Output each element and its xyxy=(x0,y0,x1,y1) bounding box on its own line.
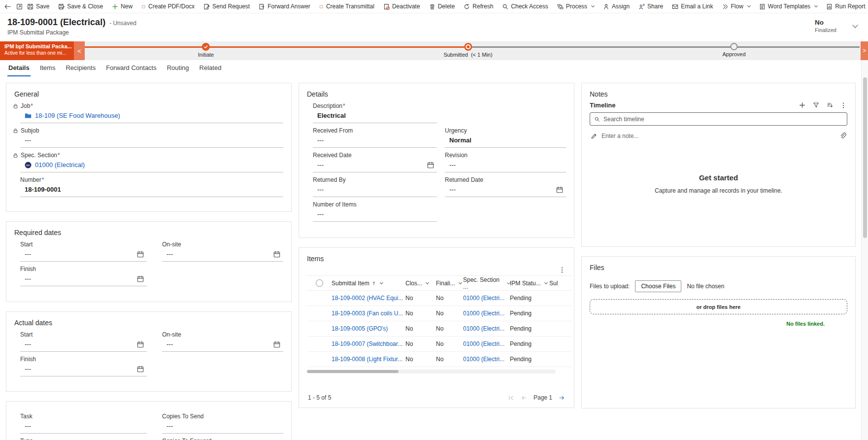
note-input[interactable] xyxy=(601,133,835,139)
new-button[interactable]: New xyxy=(107,0,137,13)
submittal-item-link[interactable]: 18-109-0005 (GPO's) xyxy=(332,325,405,332)
task-value[interactable]: --- xyxy=(20,421,147,434)
sort-icon[interactable] xyxy=(827,102,833,108)
table-row[interactable]: 18-109-0007 (Switchboar... No No 01000 (… xyxy=(307,337,571,352)
urgency-select[interactable]: Normal xyxy=(445,135,566,148)
tab-recipients[interactable]: Recipients xyxy=(65,60,97,76)
calendar-icon[interactable] xyxy=(137,275,144,282)
more-commands-icon[interactable] xyxy=(559,267,565,273)
required-start-date-input[interactable]: --- xyxy=(20,249,147,262)
submittal-item-link[interactable]: 18-109-0008 (Light Fixtur... xyxy=(332,356,405,363)
tab-details[interactable]: Details xyxy=(7,60,31,76)
note-entry-row[interactable] xyxy=(590,131,847,141)
bpf-name-box[interactable]: IPM bpf Submittal Packa... Active for le… xyxy=(0,41,74,60)
check-access-button[interactable]: Check Access xyxy=(498,0,552,13)
paperclip-icon[interactable] xyxy=(839,133,846,139)
bpf-collapse-button[interactable]: < xyxy=(74,41,85,60)
spec-section-lookup-value[interactable]: ipm 01000 (Electrical) xyxy=(20,160,283,172)
assign-button[interactable]: Assign xyxy=(599,0,634,13)
header-expand-chevron-icon[interactable] xyxy=(852,22,858,28)
description-input[interactable]: Electrical xyxy=(313,111,437,123)
bpf-stage-approved[interactable]: Approved xyxy=(722,43,745,57)
table-row[interactable]: 18-109-0003 (Fan coils U... No No 01000 … xyxy=(307,306,571,321)
previous-page-icon[interactable] xyxy=(521,395,527,401)
add-note-icon[interactable] xyxy=(799,102,805,108)
column-header-ipm-status[interactable]: IPM Statu... xyxy=(510,280,549,287)
spec-section-link[interactable]: 01000 (Electri... xyxy=(463,325,510,332)
back-button[interactable] xyxy=(4,0,11,13)
run-report-button[interactable]: Run Report xyxy=(822,0,868,13)
word-templates-button[interactable]: Word Templates xyxy=(755,0,822,13)
popout-button[interactable] xyxy=(16,0,23,13)
calendar-icon[interactable] xyxy=(137,341,144,348)
next-page-icon[interactable] xyxy=(559,395,565,401)
revision-value[interactable]: --- xyxy=(445,160,566,172)
column-header-finalized[interactable]: Finali... xyxy=(436,280,463,287)
tab-routing[interactable]: Routing xyxy=(166,60,190,76)
share-button[interactable]: Share xyxy=(634,0,668,13)
table-row[interactable]: 18-109-0005 (GPO's) No No 01000 (Electri… xyxy=(307,321,571,337)
calendar-icon[interactable] xyxy=(556,186,563,193)
submittal-item-link[interactable]: 18-109-0002 (HVAC Equi... xyxy=(332,295,405,302)
calendar-icon[interactable] xyxy=(427,162,434,169)
job-lookup-value[interactable]: 18-109 (SE Food Warehouse) xyxy=(20,111,283,123)
received-date-input[interactable]: --- xyxy=(313,160,437,172)
returned-date-input[interactable]: --- xyxy=(445,185,566,197)
spec-section-link[interactable]: 01000 (Electri... xyxy=(463,356,510,363)
calendar-icon[interactable] xyxy=(273,251,280,258)
calendar-icon[interactable] xyxy=(137,366,144,372)
timeline-search-box[interactable] xyxy=(590,112,847,126)
required-finish-date-input[interactable]: --- xyxy=(20,274,147,286)
filter-icon[interactable] xyxy=(813,102,819,108)
actual-onsite-date-input[interactable]: --- xyxy=(162,339,283,352)
spec-section-link[interactable]: 01000 (Electri... xyxy=(463,310,510,317)
delete-button[interactable]: Delete xyxy=(425,0,460,13)
email-link-button[interactable]: Email a Link xyxy=(668,0,717,13)
create-transmittal-button[interactable]: Create Transmittal xyxy=(315,0,379,13)
column-header-spec-section[interactable]: Spec. Section ... xyxy=(463,276,510,290)
page-vertical-scrollbar[interactable] xyxy=(861,60,868,440)
copies-to-send-value[interactable]: --- xyxy=(162,421,283,434)
table-row[interactable]: 18-109-0008 (Light Fixtur... No No 01000… xyxy=(307,352,571,367)
refresh-button[interactable]: Refresh xyxy=(459,0,498,13)
returned-by-value[interactable]: --- xyxy=(313,185,437,197)
calendar-icon[interactable] xyxy=(273,341,280,348)
save-button[interactable]: Save xyxy=(23,0,54,13)
bpf-stage-initiate[interactable]: Initiate xyxy=(198,43,214,58)
spec-section-link[interactable]: 01000 (Electri... xyxy=(463,340,510,347)
flow-button[interactable]: Flow xyxy=(718,0,755,13)
tab-items[interactable]: Items xyxy=(39,60,57,76)
bpf-scroll-right-button[interactable]: > xyxy=(861,41,868,60)
calendar-icon[interactable] xyxy=(137,251,144,258)
submittal-item-link[interactable]: 18-109-0003 (Fan coils U... xyxy=(332,310,405,317)
deactivate-button[interactable]: Deactivate xyxy=(379,0,425,13)
first-page-icon[interactable] xyxy=(508,395,514,401)
required-onsite-date-input[interactable]: --- xyxy=(162,249,283,262)
choose-files-button[interactable]: Choose Files xyxy=(635,280,681,292)
bpf-stage-submitted[interactable]: Submitted (< 1 Min) xyxy=(443,43,492,58)
actual-start-date-input[interactable]: --- xyxy=(20,339,147,352)
forward-answer-button[interactable]: Forward Answer xyxy=(254,0,315,13)
tab-related[interactable]: Related xyxy=(199,60,223,76)
process-button[interactable]: Process xyxy=(553,0,599,13)
grid-horizontal-scrollbar[interactable] xyxy=(307,370,556,373)
submittal-item-link[interactable]: 18-109-0007 (Switchboar... xyxy=(332,340,405,347)
subjob-value[interactable]: --- xyxy=(20,135,283,148)
spec-section-link[interactable]: 01000 (Electri... xyxy=(463,295,510,302)
file-drop-zone[interactable]: or drop files here xyxy=(590,299,847,314)
search-input[interactable] xyxy=(603,116,843,123)
create-pdf-button[interactable]: Create PDF/Docx xyxy=(137,0,199,13)
more-options-icon[interactable] xyxy=(840,102,846,109)
column-header-submittal-item[interactable]: Submittal Item xyxy=(332,280,405,287)
save-close-button[interactable]: Save & Close xyxy=(54,0,107,13)
scrollbar-thumb[interactable] xyxy=(863,77,867,238)
select-all-checkbox[interactable] xyxy=(316,279,323,287)
number-of-items-value[interactable]: --- xyxy=(313,209,437,222)
received-from-value[interactable]: --- xyxy=(313,135,437,148)
table-row[interactable]: 18-109-0002 (HVAC Equi... No No 01000 (E… xyxy=(307,291,571,306)
send-request-button[interactable]: Send Request xyxy=(199,0,254,13)
column-header-closed[interactable]: Clos... xyxy=(405,280,436,287)
actual-finish-date-input[interactable]: --- xyxy=(20,364,147,376)
tab-forward-contacts[interactable]: Forward Contacts xyxy=(105,60,158,76)
number-input[interactable]: 18-109-0001 xyxy=(20,185,283,197)
